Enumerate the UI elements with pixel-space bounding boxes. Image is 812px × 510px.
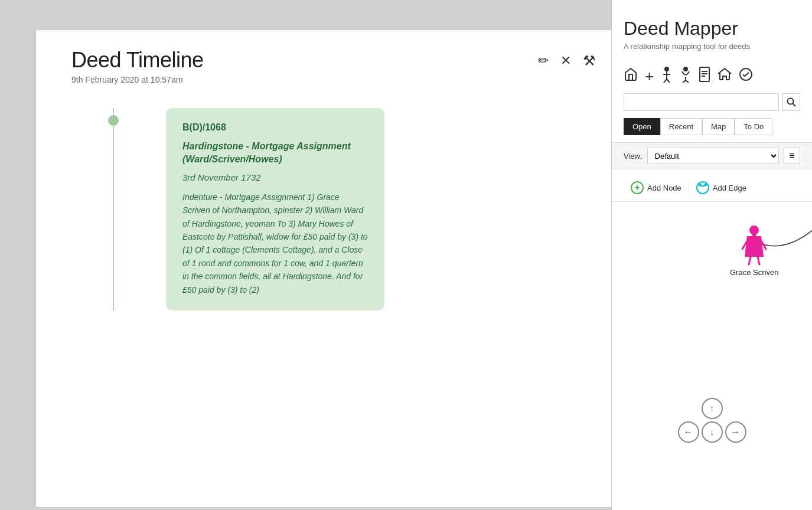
svg-point-14 — [788, 99, 794, 104]
tab-open[interactable]: Open — [624, 118, 660, 135]
male-person-icon[interactable] — [661, 66, 673, 86]
svg-line-22 — [749, 257, 751, 264]
search-row — [624, 93, 800, 111]
nav-tabs: Open Recent Map To Do — [624, 118, 800, 135]
svg-point-17 — [705, 184, 706, 186]
card-reference: B(D)/1068 — [182, 122, 368, 133]
svg-rect-19 — [752, 234, 756, 238]
view-menu-button[interactable]: ≡ — [784, 148, 800, 164]
view-row: View: Default Compact Expanded ≡ — [612, 142, 812, 169]
view-label: View: — [624, 152, 643, 161]
house-icon[interactable] — [624, 67, 638, 85]
card-date: 3rd November 1732 — [182, 172, 368, 182]
tab-recent[interactable]: Recent — [660, 118, 702, 135]
nav-left-button[interactable]: ← — [678, 421, 699, 443]
view-select[interactable]: Default Compact Expanded — [647, 148, 779, 164]
svg-line-8 — [686, 80, 689, 83]
left-header: Deed Timeline 9th February 2020 at 10:57… — [36, 30, 619, 90]
female-person-figure — [741, 224, 767, 266]
svg-line-7 — [683, 80, 686, 83]
nav-up-button[interactable]: ↑ — [702, 398, 723, 419]
add-icon[interactable]: + — [645, 67, 654, 86]
search-input[interactable] — [624, 93, 779, 111]
nav-down-button[interactable]: ↓ — [702, 421, 723, 443]
page-title: Deed Timeline — [71, 48, 204, 73]
tab-map[interactable]: Map — [702, 118, 735, 135]
close-icon[interactable]: ✕ — [560, 53, 571, 68]
nav-right-button[interactable]: → — [725, 421, 746, 443]
svg-point-0 — [664, 67, 669, 71]
right-header: Deed Mapper A relationship mapping tool … — [612, 0, 812, 57]
svg-line-3 — [664, 79, 667, 83]
edit-icon[interactable]: ✏ — [538, 53, 549, 68]
title-area: Deed Timeline 9th February 2020 at 10:57… — [71, 48, 204, 84]
add-node-icon: + — [631, 181, 644, 194]
timeline-area: B(D)/1068 Hardingstone - Mortgage Assign… — [36, 108, 619, 310]
graph-area: Grace Scriven ↑ ← ↓ → — [612, 207, 812, 455]
tab-todo[interactable]: To Do — [735, 118, 772, 135]
svg-point-18 — [749, 225, 759, 235]
left-toolbar: ✏ ✕ ⚒ — [538, 53, 596, 69]
page-subtitle: 9th February 2020 at 10:57am — [71, 75, 204, 84]
add-edge-icon — [696, 181, 709, 194]
grace-scriven-node[interactable]: Grace Scriven — [730, 224, 778, 277]
card-description: Indenture - Mortgage Assignment 1) Grace… — [182, 191, 368, 296]
timeline-dot — [108, 115, 119, 126]
add-edge-button[interactable]: Add Edge — [689, 178, 754, 198]
card-title: Hardingstone - Mortgage Assignment (Ward… — [182, 140, 368, 166]
timeline-line — [113, 108, 114, 310]
deed-timeline-panel: Deed Timeline 9th February 2020 at 10:57… — [35, 30, 620, 508]
home2-icon[interactable] — [718, 67, 732, 85]
right-title: Deed Mapper — [624, 18, 800, 40]
grace-scriven-label: Grace Scriven — [730, 268, 778, 277]
svg-line-15 — [793, 104, 796, 107]
search-button[interactable] — [782, 93, 800, 111]
svg-line-23 — [758, 257, 759, 264]
right-icon-toolbar: + — [612, 66, 812, 86]
timeline-card[interactable]: B(D)/1068 Hardingstone - Mortgage Assign… — [166, 108, 384, 310]
svg-point-5 — [683, 67, 688, 71]
add-node-button[interactable]: + Add Node — [624, 178, 689, 198]
deed-mapper-panel: Deed Mapper A relationship mapping tool … — [611, 0, 812, 510]
svg-point-16 — [699, 184, 700, 186]
add-node-label: Add Node — [647, 184, 681, 192]
options-icon[interactable]: ⚒ — [583, 53, 596, 69]
graph-actions: + Add Node Add Edge — [612, 174, 812, 202]
document-icon[interactable] — [699, 67, 710, 86]
right-subtitle: A relationship mapping tool for deeds — [624, 42, 800, 51]
navigation-controls: ↑ ← ↓ → — [678, 398, 746, 443]
svg-line-4 — [667, 79, 670, 83]
nav-middle-row: ← ↓ → — [678, 421, 746, 443]
check-circle-icon[interactable] — [739, 67, 753, 85]
add-edge-label: Add Edge — [713, 184, 746, 192]
female-person-icon[interactable] — [680, 66, 692, 86]
